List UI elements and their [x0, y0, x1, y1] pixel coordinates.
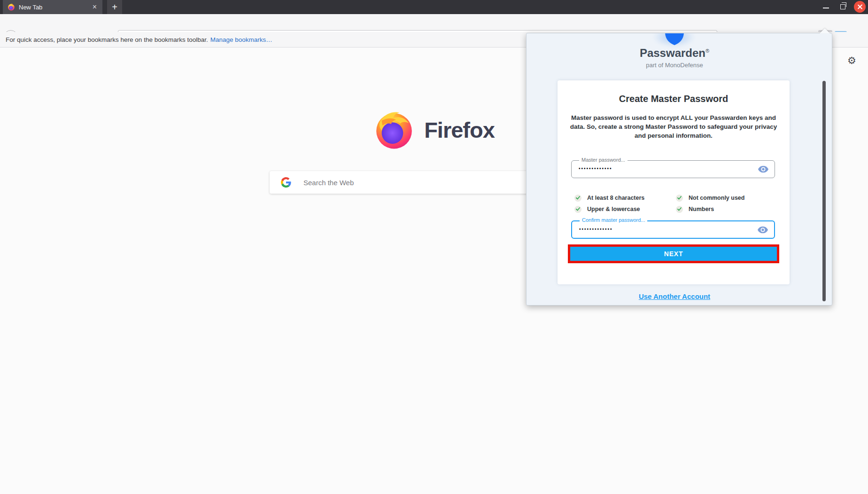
navigation-toolbar: ← → ⟳ Search with Google or enter addres…	[0, 14, 868, 32]
check-icon	[676, 206, 683, 213]
window-close-button[interactable]	[854, 1, 866, 13]
google-icon	[281, 177, 291, 188]
popup-anchor-arrow	[820, 28, 830, 33]
registered-mark: ®	[705, 48, 709, 54]
next-button[interactable]: NEXT	[570, 247, 777, 261]
manage-bookmarks-link[interactable]: Manage bookmarks…	[210, 36, 272, 43]
next-button-highlight: NEXT	[568, 244, 779, 263]
check-icon	[676, 195, 683, 202]
firefox-logo-icon	[373, 109, 415, 150]
use-another-account: Use Another Account	[527, 292, 822, 301]
bookmarks-hint-text: For quick access, place your bookmarks h…	[6, 36, 208, 43]
tab-bar: New Tab × +	[0, 0, 868, 14]
master-password-label: Master password...	[579, 157, 628, 163]
master-password-value: •••••••••••••	[579, 166, 612, 171]
window-minimize-button[interactable]	[823, 8, 829, 8]
confirm-password-value: •••••••••••••	[579, 227, 613, 232]
password-rule: Numbers	[676, 205, 714, 213]
web-search-placeholder: Search the Web	[303, 179, 354, 187]
confirm-password-field[interactable]: Confirm master password... •••••••••••••	[571, 220, 775, 239]
password-rule: Upper & lowercase	[574, 205, 640, 213]
check-icon	[574, 195, 581, 202]
passwarden-logo-icon	[664, 33, 685, 46]
page-settings-gear-icon[interactable]: ⚙	[847, 55, 856, 65]
browser-window: New Tab × + ← → ⟳ Search with Google or …	[0, 0, 868, 494]
firefox-wordmark: Firefox	[424, 117, 495, 143]
tab-new-tab[interactable]: New Tab ×	[3, 0, 102, 14]
check-icon	[574, 206, 581, 213]
password-rule: Not commonly used	[676, 194, 744, 202]
popup-subbrand: part of MonoDefense	[527, 62, 822, 69]
show-password-icon[interactable]	[758, 166, 768, 173]
popup-scrollbar[interactable]	[822, 81, 826, 301]
tab-close-button[interactable]: ×	[92, 3, 98, 11]
create-master-password-card: Create Master Password Master password i…	[558, 80, 790, 284]
master-password-field[interactable]: Master password... •••••••••••••	[571, 160, 775, 178]
window-restore-button[interactable]	[840, 4, 845, 9]
password-rule: At least 8 characters	[574, 194, 644, 202]
show-password-icon[interactable]	[758, 226, 768, 233]
confirm-password-label: Confirm master password...	[580, 217, 647, 223]
tab-title: New Tab	[19, 4, 92, 11]
card-title: Create Master Password	[558, 94, 790, 104]
use-another-account-link[interactable]: Use Another Account	[639, 292, 710, 300]
new-tab-button[interactable]: +	[107, 0, 122, 14]
card-description: Master password is used to encrypt ALL y…	[569, 113, 778, 140]
popup-brand: Passwarden®	[527, 47, 822, 60]
passwarden-popup: Passwarden® part of MonoDefense Create M…	[526, 33, 832, 306]
firefox-favicon-icon	[8, 3, 15, 11]
